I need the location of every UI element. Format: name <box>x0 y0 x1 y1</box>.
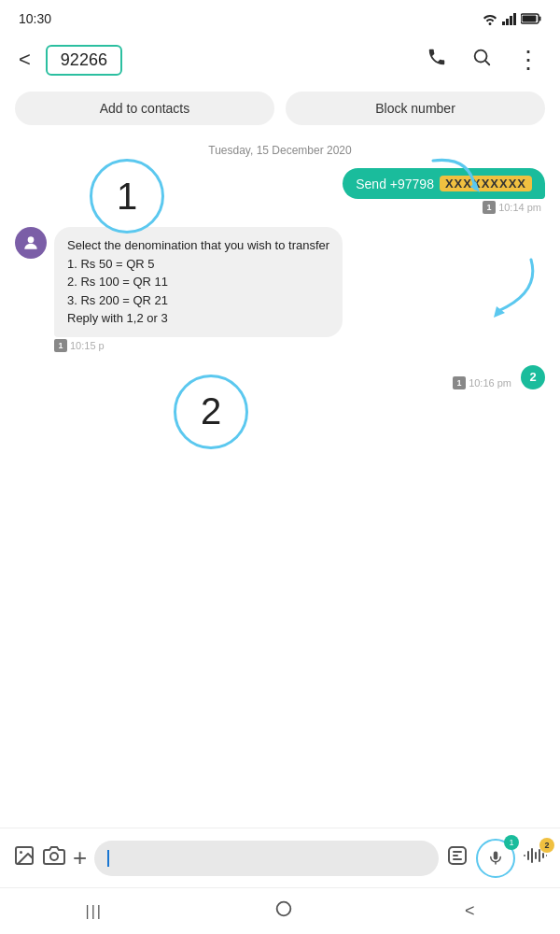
home-button[interactable] <box>255 891 313 931</box>
voice-badge-1: 1 <box>504 835 519 850</box>
add-to-contacts-button[interactable]: Add to contacts <box>15 92 274 125</box>
block-number-button[interactable]: Block number <box>286 92 545 125</box>
call-button[interactable] <box>419 43 455 77</box>
received-time-1: 1 10:15 p <box>54 339 105 352</box>
sim-indicator-2: 1 <box>453 376 466 389</box>
sim-indicator-recv: 1 <box>54 339 67 352</box>
svg-rect-1 <box>506 19 509 25</box>
status-time: 10:30 <box>19 11 51 26</box>
input-bar: + 1 <box>0 828 560 887</box>
wifi-icon <box>482 12 498 25</box>
sticker-icon <box>446 844 469 867</box>
sticker-button[interactable] <box>446 844 469 872</box>
svg-rect-3 <box>513 13 516 25</box>
sender-avatar <box>15 227 47 259</box>
toolbar: < 92266 ⋮ <box>0 34 560 86</box>
svg-marker-9 <box>470 181 480 192</box>
image-button[interactable] <box>13 844 35 872</box>
action-buttons-row: Add to contacts Block number <box>0 86 560 134</box>
phone-icon <box>427 47 447 67</box>
waveform-button-wrap: 2 <box>523 845 547 871</box>
annotation-arrow-1 <box>424 151 489 207</box>
svg-line-8 <box>485 61 489 64</box>
voice-button-wrap: 1 <box>476 839 515 878</box>
nav-bar: ||| < <box>0 887 560 934</box>
home-icon <box>273 899 294 919</box>
plus-button[interactable]: + <box>73 843 87 872</box>
status-bar: 10:30 <box>0 0 560 34</box>
svg-rect-0 <box>502 21 505 25</box>
svg-point-11 <box>28 236 35 243</box>
svg-point-14 <box>50 853 58 860</box>
sent-time-1: 1 10:14 pm <box>483 201 541 214</box>
status-icons <box>482 12 541 25</box>
signal-icon <box>502 12 517 25</box>
back-button[interactable]: < <box>13 44 36 76</box>
svg-rect-2 <box>510 16 512 25</box>
microphone-icon <box>487 850 504 867</box>
annotation-circle-2: 2 <box>174 375 248 449</box>
chat-area: Tuesday, 15 December 2020 1 Send +97798 … <box>0 134 560 620</box>
svg-rect-16 <box>494 851 498 859</box>
annotation-circle-1: 1 <box>90 159 164 234</box>
battery-icon <box>521 13 541 24</box>
voice-badge-2: 2 <box>539 838 554 853</box>
camera-button[interactable] <box>43 844 65 872</box>
svg-rect-25 <box>277 902 291 916</box>
recent-apps-button[interactable]: ||| <box>67 896 121 927</box>
search-icon <box>471 47 492 67</box>
image-icon <box>13 844 35 867</box>
sent-message-2: 1 10:16 pm 2 <box>15 365 545 389</box>
received-bubble-1: Select the denomination that you wish to… <box>54 227 343 337</box>
camera-icon <box>43 844 65 867</box>
svg-rect-5 <box>539 17 541 21</box>
annotation-arrow-recv <box>480 255 536 320</box>
more-options-button[interactable]: ⋮ <box>509 44 547 76</box>
svg-rect-6 <box>523 16 537 22</box>
message-badge-2: 2 <box>521 365 545 389</box>
text-cursor <box>107 850 109 867</box>
svg-point-13 <box>20 851 22 854</box>
received-message-1: Select the denomination that you wish to… <box>15 227 545 352</box>
back-nav-button[interactable]: < <box>446 894 494 928</box>
search-button[interactable] <box>464 43 499 77</box>
contact-number[interactable]: 92266 <box>46 45 122 76</box>
message-input[interactable] <box>94 841 439 876</box>
sent-time-2: 1 10:16 pm <box>453 376 511 389</box>
